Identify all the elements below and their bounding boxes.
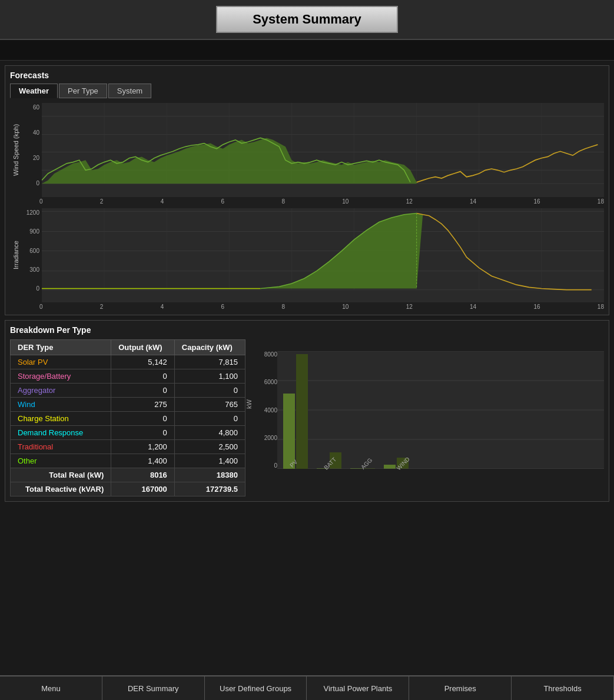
total-reactive-row: Total Reactive (kVAR) 167000 172739.5 (11, 482, 245, 496)
bar-pv-output (283, 394, 295, 469)
wind-output: 275 (111, 398, 175, 412)
table-row: Wind 275 765 (11, 398, 245, 412)
table-row: Storage/Battery 0 1,100 (11, 369, 245, 384)
bar-wind (384, 351, 409, 469)
der-type-traditional: Traditional (11, 440, 111, 454)
header: System Summary (0, 0, 614, 40)
tab-per-type[interactable]: Per Type (59, 84, 107, 98)
bar-pv-capacity (296, 354, 308, 469)
table-row: Charge Station 0 0 (11, 412, 245, 426)
table-row: Solar PV 5,142 7,815 (11, 355, 245, 369)
col-header-type: DER Type (11, 340, 111, 355)
wind-x-ticks: 0 2 4 6 8 10 12 14 16 18 (10, 197, 604, 205)
der-type-charge: Charge Station (11, 412, 111, 426)
total-real-row: Total Real (kW) 8016 18380 (11, 468, 245, 482)
kw-axis-label: kW (245, 399, 253, 409)
demand-capacity: 4,800 (174, 426, 245, 440)
breakdown-table: DER Type Output (kW) Capacity (kW) Solar… (10, 339, 245, 496)
traditional-output: 1,200 (111, 440, 175, 454)
der-type-storage: Storage/Battery (11, 369, 111, 384)
total-real-label: Total Real (kW) (11, 468, 111, 482)
nav-user-defined-groups[interactable]: User Defined Groups (205, 676, 307, 700)
nav-virtual-power-plants[interactable]: Virtual Power Plants (307, 676, 409, 700)
storage-output: 0 (111, 369, 175, 384)
total-reactive-label: Total Reactive (kVAR) (11, 482, 111, 496)
irradiance-y-ticks: 1200 900 600 300 0 (24, 208, 42, 302)
bar-y-6000: 6000 (255, 379, 277, 385)
irradiance-chart: Irradiance 1200 900 600 300 0 (10, 208, 604, 302)
total-reactive-capacity: 172739.5 (174, 482, 245, 496)
breakdown-title: Breakdown Per Type (10, 325, 604, 335)
bar-agg (350, 351, 375, 469)
total-real-capacity: 18380 (174, 468, 245, 482)
irradiance-chart-area (42, 208, 604, 302)
wind-chart: Wind Speed (kph) 60 40 20 0 (10, 103, 604, 197)
irradiance-y-label: Irradiance (10, 208, 22, 302)
table-row: Traditional 1,200 2,500 (11, 440, 245, 454)
col-header-output: Output (kW) (111, 340, 175, 355)
demand-output: 0 (111, 426, 175, 440)
nav-thresholds[interactable]: Thresholds (512, 676, 614, 700)
bar-x-labels: PV BATT AGG WIND (255, 470, 604, 476)
bar-y-0: 0 (255, 462, 277, 469)
der-type-demand: Demand Response (11, 426, 111, 440)
bar-y-2000: 2000 (255, 435, 277, 441)
col-header-capacity: Capacity (kW) (174, 340, 245, 355)
other-output: 1,400 (111, 454, 175, 468)
total-real-output: 8016 (111, 468, 175, 482)
bar-y-8000: 8000 (255, 351, 277, 358)
wind-chart-area (42, 103, 604, 197)
der-type-wind: Wind (11, 398, 111, 412)
tab-weather[interactable]: Weather (10, 84, 58, 98)
forecast-tabs: Weather Per Type System (10, 84, 604, 98)
table-row: Other 1,400 1,400 (11, 454, 245, 468)
forecasts-title: Forecasts (10, 71, 604, 80)
aggregator-output: 0 (111, 384, 175, 398)
der-type-aggregator: Aggregator (11, 384, 111, 398)
table-row: Aggregator 0 0 (11, 384, 245, 398)
page-title: System Summary (216, 6, 398, 33)
aggregator-capacity: 0 (174, 384, 245, 398)
tab-system[interactable]: System (108, 84, 151, 98)
charge-capacity: 0 (174, 412, 245, 426)
breakdown-table-wrapper: DER Type Output (kW) Capacity (kW) Solar… (10, 339, 245, 496)
table-row: Demand Response 0 4,800 (11, 426, 245, 440)
other-capacity: 1,400 (174, 454, 245, 468)
storage-capacity: 1,100 (174, 369, 245, 384)
nav-der-summary[interactable]: DER Summary (102, 676, 205, 700)
bar-batt (317, 351, 341, 469)
charge-output: 0 (111, 412, 175, 426)
breakdown-section: Breakdown Per Type DER Type Output (kW) … (5, 320, 609, 502)
bar-chart-area (277, 351, 604, 469)
irradiance-x-ticks: 0 2 4 6 8 10 12 14 16 18 (10, 302, 604, 310)
solar-output: 5,142 (111, 355, 175, 369)
total-reactive-output: 167000 (111, 482, 175, 496)
nav-premises[interactable]: Premises (409, 676, 512, 700)
svg-marker-13 (42, 138, 417, 184)
der-type-solar: Solar PV (11, 355, 111, 369)
der-type-other: Other (11, 454, 111, 468)
solar-capacity: 7,815 (174, 355, 245, 369)
wind-y-ticks: 60 40 20 0 (24, 103, 42, 197)
bar-y-4000: 4000 (255, 407, 277, 414)
bar-pv (283, 351, 308, 469)
breakdown-content: DER Type Output (kW) Capacity (kW) Solar… (10, 339, 604, 496)
bottom-navigation: Menu DER Summary User Defined Groups Vir… (0, 675, 614, 700)
nav-menu[interactable]: Menu (0, 676, 102, 700)
bar-chart-wrapper: 8000 6000 4000 2000 0 (255, 339, 604, 496)
wind-capacity: 765 (174, 398, 245, 412)
traditional-capacity: 2,500 (174, 440, 245, 454)
wind-y-label: Wind Speed (kph) (10, 103, 22, 197)
forecasts-section: Forecasts Weather Per Type System Wind S… (5, 65, 609, 315)
top-nav-strip (0, 40, 614, 61)
